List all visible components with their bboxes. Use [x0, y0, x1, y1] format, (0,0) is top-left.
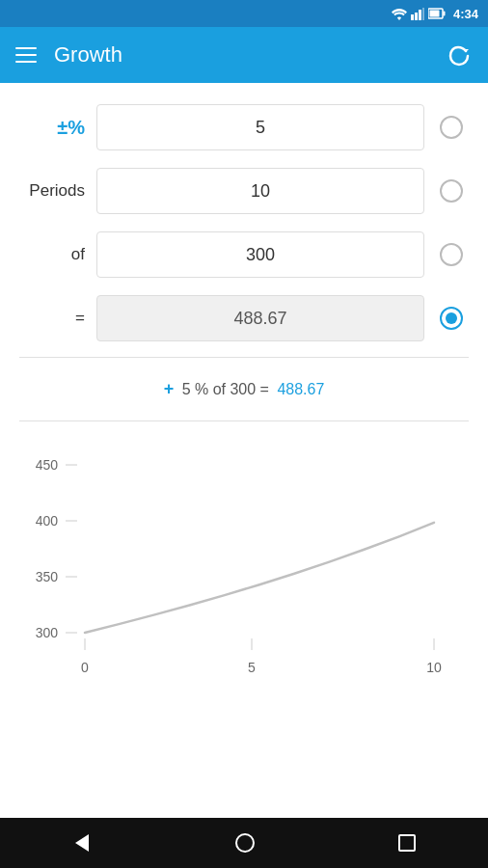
periods-row: Periods [19, 162, 469, 220]
periods-input[interactable] [96, 168, 424, 214]
status-time: 4:34 [453, 7, 478, 21]
svg-rect-6 [429, 11, 439, 17]
y-label-300: 300 [36, 625, 59, 640]
recent-icon [397, 833, 417, 853]
svg-rect-5 [443, 12, 445, 16]
app-bar-left: Growth [15, 42, 122, 68]
of-radio[interactable] [434, 237, 469, 272]
result-radio-circle [440, 307, 463, 330]
result-radio[interactable] [434, 301, 469, 336]
status-icons: 4:34 [392, 7, 478, 21]
percent-radio-circle [440, 116, 463, 139]
x-label-0: 0 [81, 660, 89, 675]
svg-rect-16 [399, 835, 415, 851]
result-input[interactable] [96, 295, 424, 341]
undo-icon [446, 43, 473, 70]
app-bar: Growth [0, 27, 488, 83]
back-button[interactable] [71, 832, 93, 854]
svg-point-15 [236, 834, 254, 852]
percent-input[interactable] [96, 104, 424, 150]
svg-marker-14 [75, 834, 89, 852]
periods-label: Periods [19, 181, 96, 201]
divider-top [19, 357, 469, 358]
svg-rect-1 [415, 13, 418, 20]
result-row: = [19, 289, 469, 347]
undo-button[interactable] [446, 40, 473, 69]
home-icon [234, 832, 256, 854]
formula-result: 488.67 [277, 381, 324, 398]
recent-button[interactable] [397, 833, 417, 853]
battery-icon [428, 8, 446, 19]
home-button[interactable] [234, 832, 256, 854]
back-icon [71, 832, 93, 854]
percent-radio[interactable] [434, 110, 469, 145]
chart-svg: 450 400 350 300 0 5 10 [19, 441, 469, 692]
y-label-400: 400 [36, 513, 59, 529]
chart-line [85, 523, 434, 633]
chart-area: 450 400 350 300 0 5 10 [19, 431, 469, 692]
of-row: of [19, 226, 469, 284]
formula-plus: + [164, 379, 175, 399]
percent-label: ±% [19, 115, 96, 140]
wifi-icon [392, 8, 407, 20]
formula-line: + 5 % of 300 = 488.67 [19, 367, 469, 411]
bottom-nav [0, 818, 488, 868]
periods-radio-circle [440, 179, 463, 203]
svg-rect-2 [419, 10, 421, 20]
menu-button[interactable] [15, 47, 37, 63]
x-label-5: 5 [248, 660, 256, 675]
of-input[interactable] [96, 231, 424, 278]
divider-bottom [19, 420, 469, 421]
periods-radio[interactable] [434, 174, 469, 208]
app-title: Growth [54, 42, 122, 68]
equals-label: = [19, 309, 96, 328]
status-bar: 4:34 [0, 0, 488, 27]
y-label-350: 350 [36, 569, 59, 584]
y-label-450: 450 [36, 457, 59, 473]
main-content: ±% Periods of = + 5 % of 300 = 488 [0, 83, 488, 692]
percent-row: ±% [19, 98, 469, 156]
svg-rect-3 [422, 8, 424, 20]
of-label: of [19, 245, 96, 264]
of-radio-circle [440, 243, 463, 266]
svg-rect-0 [411, 14, 414, 20]
signal-icon [411, 8, 424, 20]
formula-text: 5 % of 300 = [177, 381, 273, 398]
x-label-10: 10 [426, 660, 442, 675]
